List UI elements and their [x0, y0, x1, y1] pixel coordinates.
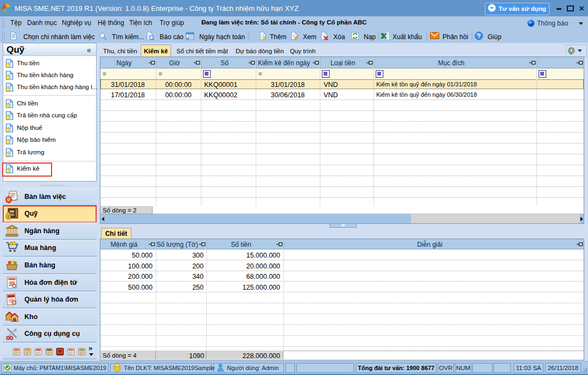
svg-text:S: S: [7, 214, 10, 219]
svg-text:?: ?: [477, 33, 481, 39]
